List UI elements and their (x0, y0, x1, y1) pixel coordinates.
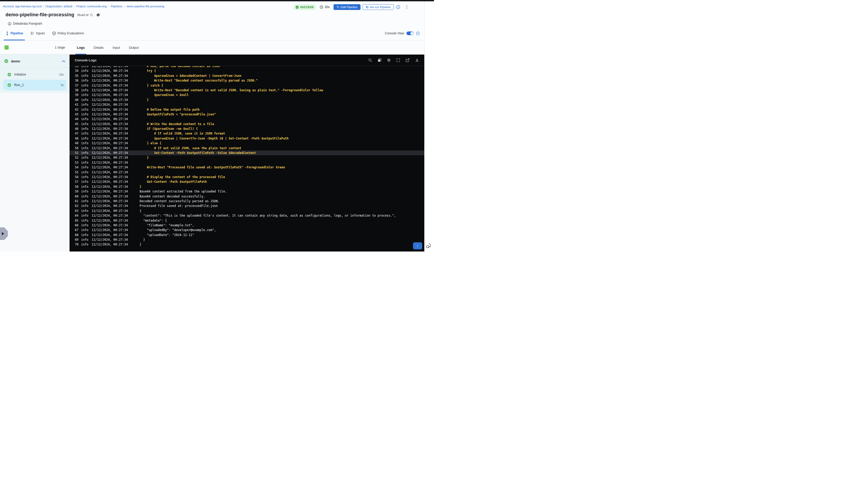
success-check-icon (296, 6, 299, 9)
log-level: info (81, 184, 89, 189)
log-message: # Now, parse the decoded content as JSON (133, 66, 424, 69)
page-header: Account: app-harness-ng-cicd › Organizat… (0, 1, 424, 26)
log-timestamp: 12/12/2024, 00:27:34 (92, 66, 131, 69)
log-line-number: 47 (72, 131, 79, 136)
log-timestamp: 12/12/2024, 00:27:34 (92, 102, 131, 107)
log-level: info (81, 203, 89, 208)
step-detail-tabs: Logs Details Input Output (70, 41, 424, 54)
status-badge: SUCCESS (293, 4, 316, 10)
fullscreen-icon[interactable] (396, 58, 400, 62)
log-line: 43info12/12/2024, 00:27:34 $outputFilePa… (70, 112, 424, 117)
console-view-info-icon[interactable] (416, 31, 420, 35)
step-row-initialize[interactable]: Initialize 23s (3, 69, 66, 80)
support-chat-icon[interactable] (426, 243, 432, 249)
copy-icon[interactable] (378, 58, 382, 62)
log-timestamp: 12/12/2024, 00:27:34 (92, 112, 131, 117)
log-line-number: 65 (72, 218, 79, 223)
log-level: info (81, 223, 89, 228)
log-level: info (81, 199, 89, 203)
console-header: Console Logs (70, 54, 424, 66)
duration: 30s (320, 5, 330, 9)
log-level: info (81, 155, 89, 160)
log-timestamp: 12/12/2024, 00:27:34 (92, 83, 131, 88)
log-line-number: 38 (72, 88, 79, 93)
log-message: Decoded content successfully parsed as J… (133, 199, 424, 203)
build-id-label: (Build Id: 7) (77, 13, 93, 17)
git-diamond-icon (96, 13, 100, 17)
log-line: 54info12/12/2024, 00:27:34 Write-Host "P… (70, 165, 424, 170)
log-timestamp: 12/12/2024, 00:27:34 (92, 199, 131, 203)
step-success-icon (7, 73, 11, 76)
log-line-number: 54 (72, 165, 79, 170)
edit-pipeline-button[interactable]: ✎ Edit Pipeline (333, 4, 361, 10)
log-timestamp: 12/12/2024, 00:27:34 (92, 209, 131, 213)
log-level: info (81, 102, 89, 107)
tab-pipeline[interactable]: Pipeline (4, 26, 25, 40)
tab-input[interactable]: Input (111, 41, 122, 54)
log-message: "uploadDate": "2024-12-11" (133, 233, 424, 237)
main-area: Account: app-harness-ng-cicd › Organizat… (0, 1, 424, 251)
log-timestamp: 12/12/2024, 00:27:34 (92, 233, 131, 237)
log-timestamp: 12/12/2024, 00:27:34 (92, 93, 131, 97)
log-message: Get-Content -Path $outputFilePath (133, 179, 424, 184)
breadcrumb-separator: › (74, 5, 75, 8)
tab-output[interactable]: Output (127, 41, 141, 54)
external-link-icon[interactable] (406, 58, 410, 62)
log-level: info (81, 93, 89, 97)
log-message: # Display the content of the processed f… (133, 175, 424, 179)
stage-tree-divider (0, 67, 70, 68)
kebab-menu-icon[interactable] (405, 4, 409, 10)
tab-policy-evaluations[interactable]: Policy Evaluations (50, 26, 86, 40)
tab-inputs[interactable]: Inputs (29, 26, 47, 40)
log-level: info (81, 66, 89, 69)
log-timestamp: 12/12/2024, 00:27:34 (92, 131, 131, 136)
log-timestamp: 12/12/2024, 00:27:34 (92, 126, 131, 131)
log-timestamp: 12/12/2024, 00:27:34 (92, 155, 131, 160)
log-message: "content": "This is the uploaded file's … (133, 213, 424, 218)
log-level: info (81, 170, 89, 175)
log-timestamp: 12/12/2024, 00:27:34 (92, 170, 131, 175)
pipeline-tabbar: Pipeline Inputs (0, 26, 424, 41)
console: Console Logs (70, 54, 424, 251)
log-line-number: 36 (72, 78, 79, 83)
stage-name: demo (11, 59, 20, 63)
breadcrumb-organization[interactable]: Organization: default (46, 5, 72, 8)
scroll-to-top-button[interactable]: ↑ (413, 242, 422, 249)
download-icon[interactable] (415, 58, 419, 62)
log-line: 50info12/12/2024, 00:27:34 # If not vali… (70, 146, 424, 150)
rerun-pipeline-button[interactable]: ↻ Re-run Pipeline (363, 4, 394, 10)
breadcrumb-project[interactable]: Project: community-eng (76, 5, 107, 8)
console-view-toggle[interactable] (406, 31, 414, 35)
log-line-number: 70 (72, 242, 79, 247)
search-icon[interactable] (368, 58, 372, 62)
step-success-icon (7, 83, 11, 87)
stage-status-square[interactable] (4, 45, 9, 50)
console-log-area[interactable]: 33info12/12/2024, 00:27:34 # Now, parse … (70, 66, 424, 251)
stage-count-row: 1 stage (0, 41, 70, 54)
breadcrumb-pipeline-name[interactable]: demo-pipeline-file-processing (127, 5, 165, 8)
breadcrumb-pipelines[interactable]: Pipelines (111, 5, 123, 8)
log-message: # Write the decoded content to a file (133, 122, 424, 126)
log-line-number: 64 (72, 213, 79, 218)
log-line: 53info12/12/2024, 00:27:34 (70, 160, 424, 165)
log-line-number: 62 (72, 203, 79, 208)
chevron-up-icon[interactable] (62, 60, 65, 62)
pipeline-icon (6, 31, 9, 35)
log-line: 66info12/12/2024, 00:27:34 "fileName": "… (70, 223, 424, 228)
step-row-run-1[interactable]: Run_1 5s (3, 80, 66, 90)
execution-sidebar: 1 stage demo (0, 41, 70, 251)
breadcrumb-account[interactable]: Account: app-harness-ng-cicd (3, 5, 41, 8)
log-message: Set-Content -Path $outputFilePath -Value… (133, 150, 424, 155)
tab-details[interactable]: Details (92, 41, 105, 54)
log-line: 42info12/12/2024, 00:27:34 # Define the … (70, 107, 424, 112)
tab-logs[interactable]: Logs (75, 41, 86, 54)
log-timestamp: 12/12/2024, 00:27:34 (92, 88, 131, 93)
gear-icon[interactable]: ⚙ (387, 58, 391, 62)
stage-row-demo[interactable]: demo (0, 55, 70, 67)
log-level: info (81, 126, 89, 131)
log-line-number: 60 (72, 194, 79, 199)
log-timestamp: 12/12/2024, 00:27:34 (92, 189, 131, 194)
log-level: info (81, 150, 89, 155)
rerun-info-icon[interactable] (396, 5, 400, 9)
log-timestamp: 12/12/2024, 00:27:34 (92, 150, 131, 155)
